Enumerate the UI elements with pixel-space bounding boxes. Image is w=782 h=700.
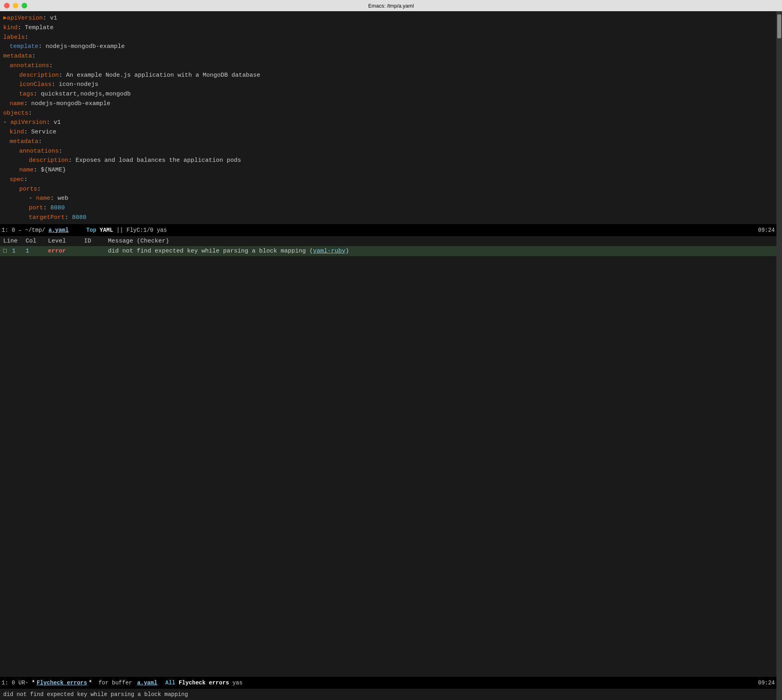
code-line-4: template: nodejs-mongodb-example (0, 42, 776, 52)
echo-text: did not find expected key while parsing … (3, 691, 188, 698)
val-template: : nodejs-mongodb-example (38, 42, 125, 51)
ml2-for: for buffer (94, 680, 137, 686)
error-link[interactable]: yaml-ruby (313, 248, 345, 255)
key-apiversion-2: apiVersion (10, 118, 46, 127)
val-description-2: : Exposes and load balances the applicat… (68, 156, 241, 165)
colon-meta-2: : (38, 137, 42, 146)
code-line-22: targetPort: 8080 (0, 213, 776, 223)
ml2-middle: All Flycheck errors yas (157, 680, 756, 686)
ml-top: Top (86, 227, 96, 233)
flycheck-header-row: Line Col Level ID Message (Checker) (0, 236, 776, 246)
colon-targetport: : (65, 213, 72, 222)
ml2-yas: yas (232, 680, 242, 686)
val-name-web: : web (50, 194, 68, 203)
ml2-mode: Flycheck errors (179, 680, 229, 686)
header-line: Line (3, 238, 26, 245)
val-name-meta: : nodejs-mongodb-example (24, 99, 110, 108)
cell-line: 1 (12, 248, 26, 255)
code-line-6: annotations: (0, 61, 776, 71)
editor-area: ►apiVersion: v1 kind: Template labels: t… (0, 11, 776, 700)
ml-position: 1: 0 – ~/tmp/ (0, 227, 47, 233)
window-title: Emacs: /tmp/a.yaml (368, 3, 414, 9)
colon-v1: : v1 (43, 14, 57, 23)
val-tags: : quickstart,nodejs,mongodb (34, 90, 131, 99)
editor-modeline: 1: 0 – ~/tmp/a.yamlTop YAML || FlyC:1/0 … (0, 224, 776, 236)
cell-message: did not find expected key while parsing … (108, 248, 773, 255)
val-apiversion-2: : v1 (46, 118, 61, 127)
flycheck-error-row[interactable]: □ 1 1 error did not find expected key wh… (0, 246, 776, 256)
dash-name: - (29, 194, 36, 203)
ml2-buffer-name: Flycheck errors (37, 680, 87, 686)
header-id: ID (84, 238, 108, 245)
flycheck-panel: Line Col Level ID Message (Checker) □ 1 … (0, 236, 776, 677)
val-kind-2: : Service (24, 128, 56, 137)
key-iconclass: iconClass (19, 80, 52, 89)
colon-ann-2: : (59, 147, 62, 156)
key-description: description (19, 71, 59, 80)
ml-pos-indicator: Top YAML || FlyC:1/0 yas (70, 227, 756, 233)
ml-filename: a.yaml (47, 227, 70, 233)
minimize-button[interactable] (13, 3, 18, 8)
header-message: Message (Checker) (108, 238, 773, 245)
val-name-2: : ${NAME} (34, 166, 66, 175)
code-line-2: kind: Template (0, 23, 776, 33)
maximize-button[interactable] (22, 3, 27, 8)
code-line-17: name: ${NAME} (0, 165, 776, 175)
colon-objects: : (28, 109, 32, 118)
code-line-12: - apiVersion: v1 (0, 118, 776, 127)
colon-port: : (43, 204, 50, 213)
code-line-19: ports: (0, 185, 776, 194)
scrollbar-track[interactable] (776, 11, 782, 700)
scrollbar-thumb[interactable] (777, 14, 781, 38)
code-line-8: iconClass: icon-nodejs (0, 80, 776, 89)
colon-spec: : (24, 175, 28, 184)
app-container: Emacs: /tmp/a.yaml ►apiVersion: v1 kind:… (0, 0, 782, 700)
main-content: ►apiVersion: v1 kind: Template labels: t… (0, 11, 782, 700)
ml-time: 09:24 (756, 227, 776, 233)
code-line-18: spec: (0, 175, 776, 185)
ml2-yaml-link: a.yaml (137, 680, 157, 686)
key-metadata-2: metadata (10, 137, 38, 146)
key-template: template (10, 42, 38, 51)
cell-col: 1 (26, 248, 48, 255)
key-description-2: description (29, 156, 68, 165)
key-ports: ports (19, 185, 37, 194)
key-kind-2: kind (10, 128, 24, 137)
ml-yaml-mode: YAML (100, 227, 113, 233)
code-line-16: description: Exposes and load balances t… (0, 156, 776, 165)
close-button[interactable] (4, 3, 10, 8)
colon-ports: : (37, 185, 41, 194)
code-line-3: labels: (0, 33, 776, 42)
code-line-11: objects: (0, 109, 776, 118)
colon-meta: : (32, 52, 36, 61)
ml2-position: 1: 0 UR- (0, 680, 30, 686)
key-labels: labels (3, 33, 25, 42)
ml-flyc: FlyC:1/0 (127, 227, 154, 233)
code-line-21: port: 8080 (0, 203, 776, 213)
ml2-buffer-star1: * (30, 680, 36, 686)
dash-apiversion: - (3, 118, 10, 127)
ml-yas: yas (157, 227, 167, 233)
echo-area: did not find expected key while parsing … (0, 689, 776, 700)
code-section[interactable]: ►apiVersion: v1 kind: Template labels: t… (0, 11, 776, 224)
key-targetport: targetPort (29, 213, 65, 222)
colon-labels: : (25, 33, 28, 42)
code-line-5: metadata: (0, 52, 776, 61)
code-line-1: ►apiVersion: v1 (0, 14, 776, 23)
title-bar-buttons (4, 3, 27, 8)
row-marker: □ (3, 248, 12, 255)
key-name-2: name (19, 166, 34, 175)
val-kind: : Template (18, 24, 54, 32)
val-targetport: 8080 (72, 213, 86, 222)
title-bar: Emacs: /tmp/a.yaml (0, 0, 782, 11)
key-apiversion: apiVersion (7, 14, 43, 23)
code-line-7: description: An example Node.js applicat… (0, 71, 776, 80)
header-level: Level (48, 238, 84, 245)
key-name-meta: name (10, 99, 24, 108)
val-description: : An example Node.js application with a … (59, 71, 260, 80)
key-annotations: annotations (10, 62, 49, 70)
ml-pipe: || (116, 227, 123, 233)
code-line-15: annotations: (0, 147, 776, 156)
ml2-buffer-star2: * (87, 680, 94, 686)
ml2-all: All (165, 680, 175, 686)
